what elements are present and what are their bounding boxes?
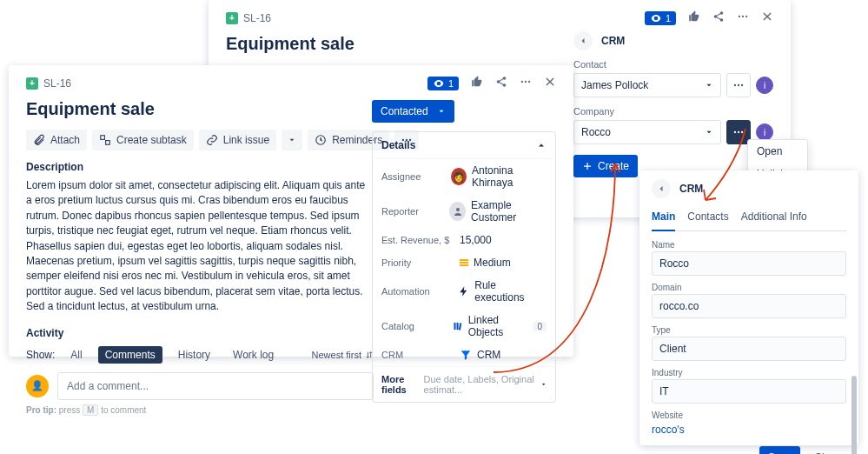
eye-icon xyxy=(433,77,445,90)
reporter-value: Example Customer xyxy=(471,199,547,224)
more-fields-toggle[interactable]: More fields Due date, Labels, Original e… xyxy=(373,366,555,402)
tab-worklog[interactable]: Work log xyxy=(226,346,281,364)
more-icon[interactable] xyxy=(520,76,532,90)
svg-point-18 xyxy=(456,208,460,211)
close-button[interactable]: Close xyxy=(809,451,846,454)
top-actions: 1 xyxy=(427,76,556,90)
thumbs-up-icon[interactable] xyxy=(688,10,700,25)
company-label: Company xyxy=(573,106,773,117)
watch-button[interactable]: 1 xyxy=(645,11,676,25)
company-value: Rocco xyxy=(581,126,611,138)
field-assignee[interactable]: Assignee 👩Antonina Khirnaya xyxy=(373,159,555,194)
tab-additional[interactable]: Additional Info xyxy=(741,207,807,230)
svg-rect-20 xyxy=(456,323,458,330)
issue-key[interactable]: + SL-16 xyxy=(226,12,271,24)
protip-prefix: Pro tip: xyxy=(26,405,56,415)
attach-button[interactable]: Attach xyxy=(26,130,87,150)
more-fields-hint: Due date, Labels, Original estimat... xyxy=(424,374,535,395)
back-icon[interactable] xyxy=(652,179,671,198)
svg-point-6 xyxy=(734,131,736,133)
tab-history[interactable]: History xyxy=(171,346,217,364)
tab-comments[interactable]: Comments xyxy=(98,346,162,364)
contact-label: Contact xyxy=(573,59,773,70)
issue-key-text: SL-16 xyxy=(243,12,271,24)
share-icon[interactable] xyxy=(495,76,507,90)
issue-key[interactable]: + SL-16 xyxy=(26,77,71,90)
clock-icon xyxy=(315,134,327,146)
popover-open[interactable]: Open xyxy=(748,140,807,163)
revenue-label: Est. Revenue, $ xyxy=(381,235,453,245)
status-dropdown[interactable]: Contacted xyxy=(372,100,454,123)
name-input[interactable] xyxy=(652,251,846,276)
close-icon[interactable] xyxy=(761,10,773,25)
thumbs-up-icon[interactable] xyxy=(471,76,483,90)
name-label: Name xyxy=(652,240,846,250)
type-input[interactable] xyxy=(652,337,846,361)
field-revenue[interactable]: Est. Revenue, $ 15,000 xyxy=(373,229,555,251)
field-priority[interactable]: Priority Medium xyxy=(373,251,555,274)
user-avatar: 👤 xyxy=(26,375,49,397)
issue-type-icon: + xyxy=(226,12,238,24)
field-automation[interactable]: Automation Rule executions xyxy=(373,274,555,309)
create-subtask-button[interactable]: Create subtask xyxy=(92,130,194,150)
field-reporter[interactable]: Reporter Example Customer xyxy=(373,194,555,229)
watch-count: 1 xyxy=(448,78,454,89)
details-header[interactable]: Details xyxy=(373,132,555,159)
lightning-icon xyxy=(458,285,470,297)
top-actions: 1 xyxy=(645,10,773,25)
website-link[interactable]: rocco's xyxy=(652,424,685,436)
priority-value: Medium xyxy=(474,257,511,269)
svg-point-5 xyxy=(741,84,743,86)
svg-rect-13 xyxy=(106,141,110,145)
catalog-icon xyxy=(453,320,463,332)
protip: Pro tip: press M to comment xyxy=(26,405,374,415)
svg-rect-19 xyxy=(454,323,455,330)
issue-card-front: + SL-16 1 Equipment sale Attach Create s… xyxy=(9,65,573,357)
contact-actions-button[interactable] xyxy=(726,73,751,97)
comment-input[interactable]: Add a comment... xyxy=(57,372,374,400)
save-button[interactable]: Save xyxy=(759,446,800,454)
chevron-down-icon xyxy=(540,380,547,389)
company-select[interactable]: Rocco xyxy=(573,120,721,144)
tab-contacts[interactable]: Contacts xyxy=(687,207,728,230)
chevron-up-icon xyxy=(536,140,547,150)
create-button[interactable]: Create xyxy=(573,155,638,177)
svg-point-2 xyxy=(745,16,747,17)
link-issue-button[interactable]: Link issue xyxy=(199,130,276,150)
priority-label: Priority xyxy=(381,257,453,268)
chevron-down-icon xyxy=(705,81,713,90)
tab-main[interactable]: Main xyxy=(652,207,675,231)
newest-first-button[interactable]: Newest first xyxy=(312,350,374,360)
funnel-icon xyxy=(460,349,472,361)
description-label: Description xyxy=(26,161,374,173)
back-icon[interactable] xyxy=(573,31,593,50)
industry-input[interactable] xyxy=(652,379,846,404)
more-icon[interactable] xyxy=(737,10,749,25)
share-icon[interactable] xyxy=(712,10,725,25)
crm-value: CRM xyxy=(477,349,500,361)
company-info-icon[interactable]: i xyxy=(756,124,773,141)
crm-side-title: CRM xyxy=(601,35,625,47)
contact-info-icon[interactable]: i xyxy=(756,77,773,94)
catalog-label: Catalog xyxy=(381,321,446,331)
contact-select[interactable]: James Pollock xyxy=(573,73,721,97)
assignee-label: Assignee xyxy=(381,171,444,182)
description-text[interactable]: Lorem ipsum dolor sit amet, consectetur … xyxy=(26,178,374,315)
svg-point-1 xyxy=(742,16,744,17)
close-icon[interactable] xyxy=(544,76,556,90)
details-title: Details xyxy=(381,139,415,151)
website-label: Website xyxy=(652,411,846,420)
reporter-avatar xyxy=(449,202,466,221)
domain-input[interactable] xyxy=(652,294,846,318)
field-catalog[interactable]: Catalog Linked Objects0 xyxy=(373,309,555,344)
contact-value: James Pollock xyxy=(581,79,648,91)
attach-label: Attach xyxy=(50,134,80,146)
field-crm[interactable]: CRM CRM xyxy=(373,344,555,366)
chevron-down-icon xyxy=(437,107,446,116)
scrollbar[interactable] xyxy=(851,376,857,438)
svg-point-7 xyxy=(738,131,739,133)
link-issue-dropdown[interactable] xyxy=(282,130,302,150)
tab-all[interactable]: All xyxy=(63,346,89,364)
watch-button[interactable]: 1 xyxy=(427,77,459,90)
protip-suffix: to comment xyxy=(101,405,146,415)
